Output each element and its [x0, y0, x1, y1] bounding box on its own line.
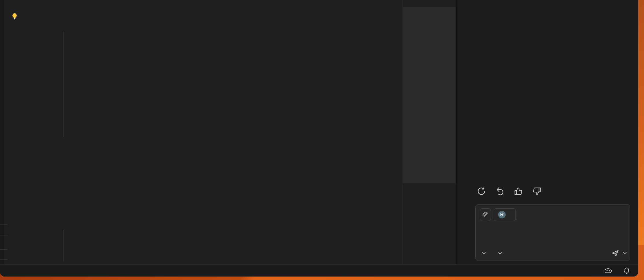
chat-input-box[interactable]: R: [475, 204, 630, 261]
thumbs-down-icon[interactable]: [532, 186, 542, 196]
rust-icon: R: [498, 211, 506, 218]
status-bar: [0, 264, 638, 277]
attach-context-button[interactable]: [480, 208, 491, 221]
context-chip-lib-rs[interactable]: R: [494, 208, 516, 221]
chevron-down-icon: [498, 250, 502, 254]
copilot-icon[interactable]: [604, 267, 612, 275]
indent-guide: [64, 230, 64, 261]
vscode-window: R: [0, 0, 638, 277]
paperclip-icon: [483, 211, 488, 218]
code-editor[interactable]: [5, 0, 403, 264]
send-button[interactable]: [611, 249, 619, 257]
undo-icon[interactable]: [495, 186, 505, 196]
chat-panel: R: [457, 0, 638, 264]
red-annotation-box: [471, 81, 636, 200]
chevron-down-icon: [482, 250, 486, 254]
mode-dropdown[interactable]: [480, 253, 485, 254]
send-options-chevron[interactable]: [623, 250, 627, 254]
left-edge-panel: [0, 0, 4, 264]
response-actions: [477, 186, 542, 196]
thumbs-up-icon[interactable]: [513, 186, 523, 196]
minimap-slider[interactable]: [403, 7, 456, 183]
lightbulb-icon[interactable]: [11, 13, 18, 20]
minimap[interactable]: [403, 0, 456, 264]
bell-icon[interactable]: [623, 267, 631, 275]
regenerate-icon[interactable]: [477, 186, 486, 196]
indent-guide: [64, 32, 64, 137]
model-dropdown[interactable]: [496, 253, 501, 254]
